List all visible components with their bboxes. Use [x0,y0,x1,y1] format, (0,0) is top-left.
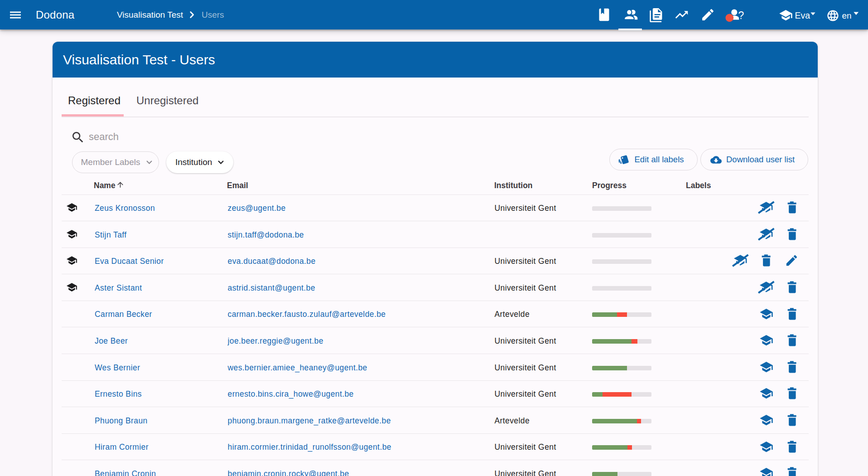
svg-text:?: ? [738,10,744,21]
